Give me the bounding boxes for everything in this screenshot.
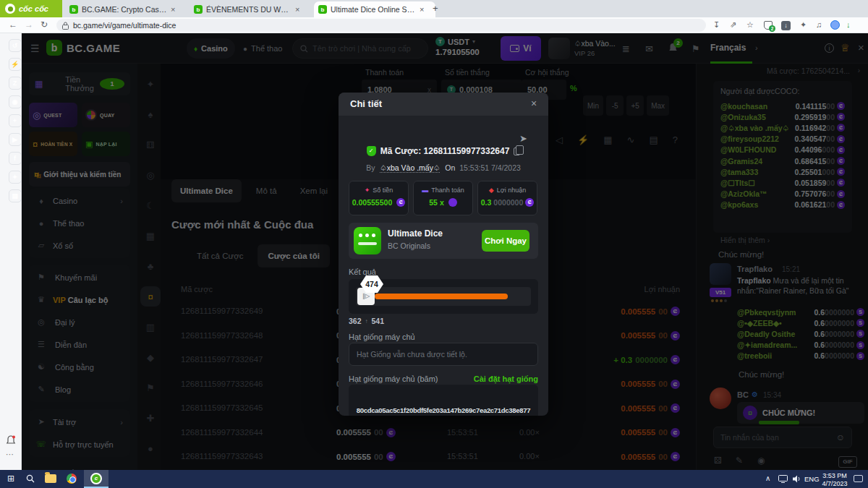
browser-toolbar: ← → ↻ bc.game/vi/game/ultimate-dice ↧ ⇗ … <box>0 17 868 33</box>
download-manager-icon[interactable]: ↓ <box>781 21 791 30</box>
tab-close-icon[interactable]: × <box>171 5 175 14</box>
result-slider-track: ∥▷ 474 <box>356 287 531 306</box>
lock-icon <box>62 22 69 30</box>
url-bar[interactable]: bc.game/vi/game/ultimate-dice <box>56 19 706 32</box>
server-seed-field-wrap <box>349 343 538 366</box>
clock[interactable]: 3:53 PM 4/7/2023 <box>817 472 852 488</box>
rail-shortcut-icon[interactable]: ↺ <box>9 39 22 52</box>
browser-tabs: b BC.GAME: Crypto Casino Gam × b ÉVÈNEME… <box>65 0 438 16</box>
browser-tab[interactable]: b ÉVÈNEMENTS DU WEEK-END × <box>190 1 311 17</box>
server-seed-input[interactable] <box>357 350 530 359</box>
rail-shortcut-icon[interactable]: + <box>9 114 22 127</box>
result-label: Kết quả <box>349 267 376 276</box>
file-explorer-icon[interactable] <box>45 474 56 483</box>
game-title: Ultimate Dice <box>388 228 443 239</box>
tab-favicon: b <box>194 5 203 14</box>
save-page-icon[interactable]: ↧ <box>713 20 720 30</box>
action-center-icon[interactable] <box>854 475 863 482</box>
coccoc-rail-icons: ↺ ⚡ Z ◉ + ▶ f ✦ ▤ <box>0 39 21 202</box>
game-provider: BC Originals <box>388 241 430 250</box>
seed-hash-value: 80cdca05ac5c1f20bdf5fe203a147b269c7ea2c7… <box>357 406 530 416</box>
reload-button[interactable]: ↻ <box>41 20 48 30</box>
verified-shield-icon: ✓ <box>367 146 376 156</box>
tab-title: Ultimate Dice Online Slot - P <box>331 5 416 14</box>
coccoc-brand-label: cốc cốc <box>19 4 48 13</box>
green-download-icon[interactable]: ↓ <box>846 20 851 29</box>
adblock-shield-icon[interactable]: 2 <box>764 21 773 30</box>
browser-tab-bar: cốc cốc b BC.GAME: Crypto Casino Gam × b… <box>0 0 868 17</box>
volume-icon[interactable] <box>793 475 801 483</box>
tab-title: ÉVÈNEMENTS DU WEEK-END <box>206 5 292 14</box>
stat-icon: ◆ <box>489 187 494 194</box>
seed-hash-label: Hạt giống máy chủ (băm) <box>349 374 438 383</box>
browser-tab[interactable]: b Ultimate Dice Online Slot - P × <box>314 1 435 17</box>
modal-close-icon[interactable]: × <box>531 98 537 109</box>
bookmark-star-icon[interactable]: ☆ <box>746 20 754 30</box>
tray-expand-icon[interactable]: ∧ <box>765 474 770 482</box>
bet-by-row: By ♤xba Vào .mấy♤ On 15:53:51 7/4/2023 <box>339 163 548 172</box>
tab-close-icon[interactable]: × <box>295 5 299 14</box>
result-range-ticks: 362 ↑ 541 <box>349 317 384 325</box>
share-icon[interactable]: ⇗ <box>730 20 736 30</box>
coccoc-side-rail: ↺ ⚡ Z ◉ + ▶ f ✦ ▤ ⋯ <box>0 33 22 470</box>
bet-username-link[interactable]: ♤xba Vào .mấy♤ <box>380 163 440 173</box>
game-card: Ultimate Dice BC Originals Chơi Ngay <box>349 223 538 259</box>
back-button[interactable]: ← <box>9 20 17 30</box>
coin-icon: Ȼ <box>396 198 405 207</box>
bet-id-label: Mã Cược: 126811159977332647 <box>380 146 510 156</box>
seed-hash-box: 80cdca05ac5c1f20bdf5fe203a147b269c7ea2c7… <box>349 385 538 416</box>
coin-icon <box>448 198 457 207</box>
stat-card: ✦ Số tiền 0.00555500 Ȼ <box>349 181 409 215</box>
rail-shortcut-icon[interactable]: f <box>9 152 22 165</box>
stat-card: ◆ Lợi nhuận 0.30000000 Ȼ <box>477 181 537 215</box>
coccoc-menu-button[interactable]: cốc cốc <box>0 0 62 17</box>
profile-avatar[interactable] <box>830 20 840 30</box>
copy-icon[interactable] <box>514 147 520 155</box>
coin-icon: Ȼ <box>525 198 534 207</box>
media-notes-icon[interactable]: ♫ <box>816 20 822 29</box>
seed-settings-link[interactable]: Cài đặt hạt giống <box>447 374 538 383</box>
rail-shortcut-icon[interactable]: ⚡ <box>9 58 22 71</box>
page-viewport: ☰ b BC.GAME ♦ Casino ● Thể thao T USDT ▾ <box>22 33 868 470</box>
adblock-badge: 2 <box>769 25 775 32</box>
result-range-bar <box>375 294 508 299</box>
tab-close-icon[interactable]: × <box>420 5 424 14</box>
forward-button[interactable]: → <box>25 20 33 30</box>
tab-favicon: b <box>69 5 78 14</box>
more-options-icon[interactable]: ⋯ <box>6 450 14 459</box>
ultimate-dice-icon <box>354 227 381 254</box>
rail-shortcut-icon[interactable]: ▶ <box>9 133 22 146</box>
rail-shortcut-icon[interactable]: ✦ <box>9 171 22 184</box>
bet-details-modal: Chi tiết × ➤ ✓ Mã Cược: 1268111599773326… <box>339 93 548 416</box>
play-now-button[interactable]: Chơi Ngay <box>482 230 529 252</box>
bet-datetime: 15:53:51 7/4/2023 <box>459 163 521 172</box>
stat-icon: ▬ <box>422 187 428 194</box>
windows-taskbar: ⊞ c ∧ ENG 3:53 PM 4/7/2023 <box>0 470 868 488</box>
bet-id-row: ✓ Mã Cược: 126811159977332647 <box>339 146 548 156</box>
chrome-icon[interactable] <box>67 474 77 484</box>
tab-title: BC.GAME: Crypto Casino Gam <box>82 5 167 14</box>
coccoc-taskbar-icon[interactable]: c <box>84 470 109 488</box>
stat-icon: ✦ <box>365 187 370 194</box>
share-icon[interactable]: ➤ <box>519 133 527 144</box>
bell-icon[interactable] <box>6 435 16 445</box>
rail-shortcut-icon[interactable]: ▤ <box>9 189 22 202</box>
server-seed-label: Hạt giống máy chủ <box>349 333 415 341</box>
tab-favicon: b <box>318 5 327 14</box>
rail-shortcut-icon[interactable]: ◉ <box>9 95 22 108</box>
network-icon[interactable] <box>778 475 788 483</box>
extensions-puzzle-icon[interactable]: ✦ <box>800 20 807 30</box>
stat-card: ▬ Thanh toán 55 x <box>413 181 473 215</box>
coccoc-logo-icon <box>5 4 15 14</box>
bet-stats: ✦ Số tiền 0.00555500 Ȼ ▬ Thanh toán <box>349 181 538 215</box>
screen: cốc cốc b BC.GAME: Crypto Casino Gam × b… <box>0 0 868 488</box>
start-button[interactable]: ⊞ <box>7 474 14 484</box>
arrow-up-icon: ↑ <box>365 318 368 325</box>
url-text: bc.game/vi/game/ultimate-dice <box>73 21 176 30</box>
result-box: ∥▷ 474 <box>349 279 538 314</box>
taskbar-search-icon[interactable] <box>26 474 35 483</box>
modal-title: Chi tiết <box>350 98 382 109</box>
new-tab-button[interactable]: + <box>433 3 438 14</box>
rail-shortcut-icon[interactable]: Z <box>9 77 22 90</box>
browser-tab[interactable]: b BC.GAME: Crypto Casino Gam × <box>65 1 187 17</box>
